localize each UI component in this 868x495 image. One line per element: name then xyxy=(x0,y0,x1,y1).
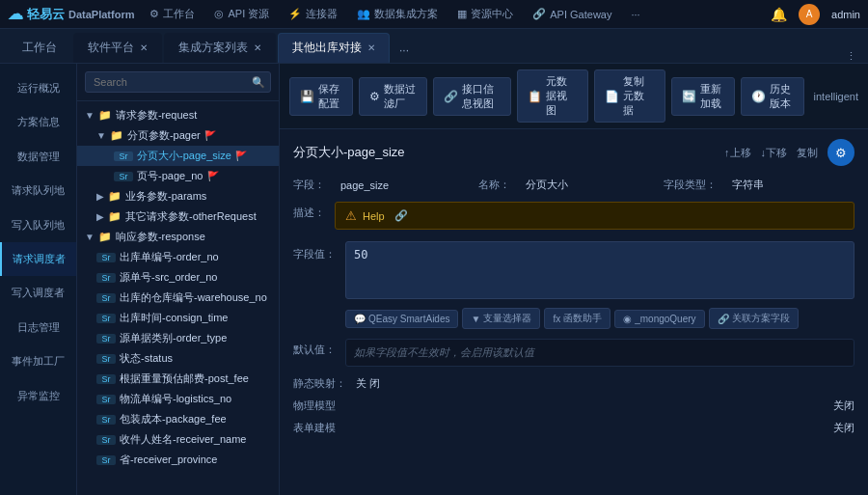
top-nav: ☁ 轻易云 DataPlatform ⚙ 工作台 ◎ API 资源 ⚡ 连接器 … xyxy=(0,0,868,29)
tab-platform-label: 软件平台 xyxy=(88,40,134,56)
notification-bell[interactable]: 🔔 xyxy=(771,7,787,22)
tree-item-post-fee[interactable]: Sr 根据重量预估邮费-post_fee xyxy=(77,369,279,389)
nav-gateway-label: API Gateway xyxy=(550,9,611,20)
sidebar-item-overview-label: 运行概况 xyxy=(4,81,72,96)
nav-integration[interactable]: 👥 数据集成方案 xyxy=(357,7,438,21)
sidebar-item-request-queue[interactable]: 请求队列地 xyxy=(0,174,76,207)
sidebar-item-data[interactable]: 数据管理 xyxy=(0,140,76,174)
reload-icon: 🔄 xyxy=(682,90,696,103)
copy-meta-btn[interactable]: 📄 复制元数据 xyxy=(594,69,665,123)
tree-item-request[interactable]: ▼ 📁 请求参数-request xyxy=(77,105,279,125)
sidebar-item-write-queue[interactable]: 写入队列地 xyxy=(0,208,76,242)
data-filter-btn[interactable]: ⚙ 数据过滤厂 xyxy=(359,77,427,116)
sidebar-item-monitor[interactable]: 异常监控 xyxy=(0,379,76,413)
tab-platform[interactable]: 软件平台 ✕ xyxy=(73,33,162,63)
help-icon: ⚠ xyxy=(345,208,357,223)
tab-list[interactable]: 集成方案列表 ✕ xyxy=(164,33,276,63)
sidebar-item-log[interactable]: 日志管理 xyxy=(0,311,76,344)
settings-circle-btn[interactable]: ⚙ xyxy=(827,139,854,166)
value-input-area: 50 💬 QEasy SmartAides ▼ 支量选择器 fx 函数助手 xyxy=(345,241,854,329)
nav-connector[interactable]: ⚡ 连接器 xyxy=(288,7,338,21)
sidebar-item-request-scheduler[interactable]: 请求调度者 xyxy=(0,242,76,276)
other-request-arrow: ▶ xyxy=(96,211,104,222)
tree-item-package-fee-label: 包装成本-package_fee xyxy=(120,412,227,426)
reload-btn[interactable]: 🔄 重新加载 xyxy=(671,77,735,116)
tab-more[interactable]: ··· xyxy=(392,38,417,63)
nav-more[interactable]: ··· xyxy=(631,9,639,20)
tree-item-page-size[interactable]: Sr 分页大小-page_size 🚩 xyxy=(77,146,279,166)
avatar[interactable]: A xyxy=(799,4,820,25)
tree-item-pager[interactable]: ▼ 📁 分页参数-pager 🚩 xyxy=(77,125,279,146)
interface-view-btn[interactable]: 🔗 接口信息视图 xyxy=(433,77,511,116)
tab-outbound[interactable]: 其他出库对接 ✕ xyxy=(278,33,390,63)
tree-item-logistics-no[interactable]: Sr 物流单编号-logistics_no xyxy=(77,389,279,409)
mongo-query-btn[interactable]: ◉ _mongoQuery xyxy=(614,310,704,328)
sidebar-item-write-scheduler[interactable]: 写入调度者 xyxy=(0,276,76,310)
name-label: 名称： xyxy=(478,178,510,192)
function-helper-btn[interactable]: fx 函数助手 xyxy=(544,308,610,329)
tree-item-receiver-name[interactable]: Sr 收件人姓名-receiver_name xyxy=(77,429,279,450)
table-model-label: 表单建模 xyxy=(293,421,341,435)
history-btn[interactable]: 🕐 历史版本 xyxy=(741,77,804,116)
save-config-btn[interactable]: 💾 保存配置 xyxy=(289,77,353,116)
logo-text: 轻易云 xyxy=(27,6,65,23)
sidebar-item-info[interactable]: 方案信息 xyxy=(0,105,76,139)
folder-icon: 📁 xyxy=(98,109,112,122)
tree-item-order-type[interactable]: Sr 源单据类别-order_type xyxy=(77,328,279,348)
meta-view-btn[interactable]: 📋 元数据视图 xyxy=(517,69,588,123)
quantity-selector-btn[interactable]: ▼ 支量选择器 xyxy=(462,308,540,329)
tab-workbench[interactable]: 工作台 xyxy=(8,33,71,63)
tree-item-other-request[interactable]: ▶ 📁 其它请求参数-otherRequest xyxy=(77,206,279,227)
status-type: Sr xyxy=(96,354,116,364)
tab-list-close[interactable]: ✕ xyxy=(254,42,261,53)
static-map-label: 静态映射： xyxy=(293,376,346,391)
history-label: 历史版本 xyxy=(770,82,794,111)
tree-item-other-request-label: 其它请求参数-otherRequest xyxy=(125,209,257,224)
tree-item-src-order-no[interactable]: Sr 源单号-src_order_no xyxy=(77,267,279,288)
move-down-btn[interactable]: ↓下移 xyxy=(761,146,788,160)
nav-api[interactable]: ◎ API 资源 xyxy=(214,7,269,21)
tree-item-receiver-province[interactable]: Sr 省-receiver_province xyxy=(77,450,279,470)
copy-btn[interactable]: 复制 xyxy=(797,146,818,160)
logo[interactable]: ☁ 轻易云 DataPlatform xyxy=(8,5,134,23)
smart-aides-btn[interactable]: 💬 QEasy SmartAides xyxy=(345,310,458,328)
quantity-selector-label: 支量选择器 xyxy=(483,312,531,325)
nav-workbench[interactable]: ⚙ 工作台 xyxy=(149,7,195,21)
tree-item-warehouse-no-label: 出库的仓库编号-warehouse_no xyxy=(120,290,267,305)
pager-arrow: ▼ xyxy=(96,130,106,141)
search-input[interactable] xyxy=(85,71,271,93)
value-textarea[interactable]: 50 xyxy=(345,241,854,299)
link-field-btn[interactable]: 🔗 关联方案字段 xyxy=(709,308,799,329)
tree-item-page-no[interactable]: Sr 页号-page_no 🚩 xyxy=(77,166,279,186)
type-value: 字符串 xyxy=(732,178,854,192)
nav-gateway[interactable]: 🔗 API Gateway xyxy=(532,8,611,20)
tree-item-order-no[interactable]: Sr 出库单编号-order_no xyxy=(77,247,279,267)
nav-resource[interactable]: ▦ 资源中心 xyxy=(457,7,513,21)
tab-platform-close[interactable]: ✕ xyxy=(140,42,148,53)
tree-item-package-fee[interactable]: Sr 包装成本-package_fee xyxy=(77,409,279,429)
params-folder-icon: 📁 xyxy=(108,190,122,203)
tree-item-warehouse-no[interactable]: Sr 出库的仓库编号-warehouse_no xyxy=(77,288,279,308)
tree-item-post-fee-label: 根据重量预估邮费-post_fee xyxy=(120,371,249,386)
tab-outbound-close[interactable]: ✕ xyxy=(367,42,375,53)
link-icon: 🔗 xyxy=(394,209,408,222)
search-icon: 🔍 xyxy=(252,76,265,89)
tree-item-response-label: 响应参数-response xyxy=(116,230,205,244)
meta-icon: 📋 xyxy=(528,90,542,103)
static-map-row: 静态映射： 关 闭 xyxy=(293,376,854,391)
sidebar-item-overview[interactable]: 运行概况 xyxy=(0,71,76,105)
receiver-name-type: Sr xyxy=(96,435,116,445)
consign-time-type: Sr xyxy=(96,314,116,323)
tab-settings[interactable]: ⋮ xyxy=(846,50,856,63)
warehouse-no-type: Sr xyxy=(96,293,116,303)
field-row: 字段： page_size 名称： 分页大小 字段类型： 字符串 xyxy=(293,178,854,192)
sidebar-item-event[interactable]: 事件加工厂 xyxy=(0,344,76,378)
tree-item-status[interactable]: Sr 状态-status xyxy=(77,348,279,369)
sidebar-item-request-scheduler-label: 请求调度者 xyxy=(6,252,72,266)
tree-item-consign-time[interactable]: Sr 出库时间-consign_time xyxy=(77,308,279,328)
move-up-btn[interactable]: ↑上移 xyxy=(724,146,751,160)
platform-text: DataPlatform xyxy=(68,9,134,20)
tree-item-response[interactable]: ▼ 📁 响应参数-response xyxy=(77,227,279,247)
tree-item-params[interactable]: ▶ 📁 业务参数-params xyxy=(77,186,279,206)
tree-item-status-label: 状态-status xyxy=(120,351,173,366)
